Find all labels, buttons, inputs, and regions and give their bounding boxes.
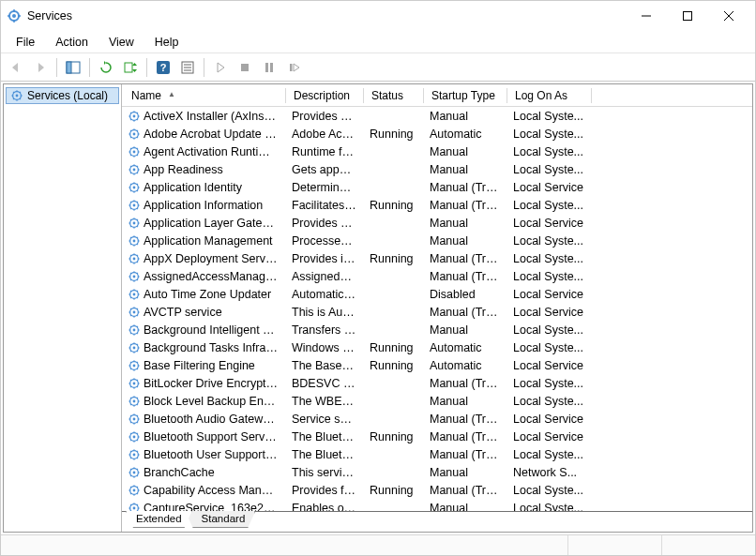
back-button[interactable] [5, 56, 27, 79]
svg-line-130 [137, 279, 138, 280]
properties-button[interactable] [176, 56, 199, 79]
service-row[interactable]: Base Filtering EngineThe Base Fil...Runn… [122, 356, 752, 374]
menu-file[interactable]: File [10, 34, 40, 51]
refresh-button[interactable] [95, 56, 117, 79]
services-grid: Name▲ Description Status Startup Type Lo… [122, 84, 752, 511]
help-button[interactable]: ? [152, 56, 174, 79]
service-description: This is Audi... [286, 306, 364, 319]
view-tabs: Extended Standard [122, 511, 752, 532]
service-startup-type: Manual (Trig... [424, 199, 507, 212]
service-row[interactable]: AVCTP serviceThis is Audi...Manual (Trig… [122, 303, 752, 321]
svg-point-174 [133, 364, 136, 367]
service-row[interactable]: Agent Activation Runtime_...Runtime for.… [122, 143, 752, 160]
service-row[interactable]: Adobe Acrobat Update Serv...Adobe Acro..… [122, 125, 752, 143]
gear-icon [128, 395, 141, 408]
column-logon-as[interactable]: Log On As [507, 85, 592, 106]
svg-line-80 [137, 190, 138, 191]
menu-view[interactable]: View [103, 34, 140, 51]
tree-node-services-local[interactable]: Services (Local) [6, 87, 119, 104]
svg-line-61 [137, 147, 138, 148]
service-startup-type: Automatic [424, 341, 507, 354]
menu-help[interactable]: Help [149, 34, 185, 51]
service-name: Background Tasks Infrastru... [144, 341, 279, 354]
service-row[interactable]: Background Tasks Infrastru...Windows in.… [122, 338, 752, 356]
service-row[interactable]: App ReadinessGets apps re...ManualLocal … [122, 160, 752, 178]
svg-line-141 [137, 290, 138, 291]
forward-button[interactable] [29, 56, 52, 79]
service-logon-as: Local Syste... [507, 395, 592, 408]
svg-line-209 [130, 414, 131, 415]
service-description: Runtime for... [286, 145, 364, 158]
svg-line-251 [137, 486, 138, 487]
tab-extended[interactable]: Extended [126, 511, 192, 528]
svg-point-114 [133, 257, 136, 260]
export-list-button[interactable] [119, 56, 142, 79]
service-startup-type: Manual [424, 466, 507, 479]
service-description: Windows in... [286, 341, 364, 354]
service-row[interactable]: Capability Access Manager ...Provides fa… [122, 481, 752, 499]
service-row[interactable]: Background Intelligent Tran...Transfers … [122, 321, 752, 338]
svg-rect-22 [290, 64, 293, 71]
close-button[interactable] [708, 2, 749, 30]
svg-line-240 [137, 475, 138, 476]
stop-service-button[interactable] [234, 56, 256, 79]
service-name: AssignedAccessManager Se... [144, 270, 279, 283]
service-row[interactable]: ActiveX Installer (AxInstSV)Provides Us.… [122, 107, 752, 125]
service-row[interactable]: BranchCacheThis service ...ManualNetwork… [122, 463, 752, 481]
service-row[interactable]: Application Layer Gateway ...Provides su… [122, 214, 752, 232]
tree-pane[interactable]: Services (Local) [4, 84, 122, 532]
svg-line-220 [137, 440, 138, 441]
minimize-button[interactable] [626, 2, 667, 30]
service-name: Application Management [144, 234, 273, 248]
svg-line-110 [137, 244, 138, 245]
pause-service-button[interactable] [258, 56, 280, 79]
service-logon-as: Local Syste... [507, 270, 592, 283]
gear-icon [128, 163, 141, 176]
svg-line-192 [130, 386, 131, 387]
start-service-button[interactable] [209, 56, 232, 79]
gear-icon [128, 413, 141, 426]
service-row[interactable]: Bluetooth Support ServiceThe Bluetoo...R… [122, 428, 752, 445]
service-description: Provides fac... [286, 484, 364, 497]
service-row[interactable]: AssignedAccessManager Se...AssignedAc...… [122, 267, 752, 285]
svg-line-189 [130, 379, 131, 380]
service-status: Running [364, 128, 424, 141]
svg-point-1 [12, 14, 16, 18]
service-logon-as: Local Syste... [507, 323, 592, 337]
service-row[interactable]: Block Level Backup Engine ...The WBENG..… [122, 392, 752, 410]
column-startup-type[interactable]: Startup Type [424, 85, 507, 106]
column-status[interactable]: Status [364, 85, 424, 106]
service-row[interactable]: Bluetooth User Support Ser...The Bluetoo… [122, 445, 752, 463]
service-startup-type: Automatic [424, 359, 507, 372]
service-startup-type: Manual (Trig... [424, 484, 507, 497]
show-hide-tree-button[interactable] [62, 56, 84, 79]
menu-action[interactable]: Action [50, 34, 94, 51]
column-description[interactable]: Description [286, 85, 364, 106]
maximize-button[interactable] [667, 2, 708, 30]
grid-rows[interactable]: ActiveX Installer (AxInstSV)Provides Us.… [122, 107, 752, 511]
service-row[interactable]: Application ManagementProcesses in...Man… [122, 232, 752, 249]
svg-line-132 [130, 279, 131, 280]
svg-line-120 [137, 262, 138, 263]
svg-line-81 [137, 183, 138, 184]
svg-line-70 [137, 173, 138, 173]
service-row[interactable]: Bluetooth Audio Gateway S...Service sup.… [122, 410, 752, 428]
service-row[interactable]: Auto Time Zone UpdaterAutomatica...Disab… [122, 285, 752, 303]
service-row[interactable]: Application IdentityDetermines ...Manual… [122, 178, 752, 196]
svg-line-180 [137, 368, 138, 369]
service-row[interactable]: AppX Deployment Service (...Provides inf… [122, 249, 752, 267]
service-row[interactable]: CaptureService_163e2bf2Enables opti...Ma… [122, 499, 752, 511]
column-name[interactable]: Name▲ [122, 85, 286, 106]
menubar: File Action View Help [1, 31, 755, 53]
svg-line-52 [130, 137, 131, 138]
tab-standard[interactable]: Standard [186, 511, 256, 528]
svg-line-121 [137, 254, 138, 255]
service-row[interactable]: Application InformationFacilitates t...R… [122, 196, 752, 214]
service-row[interactable]: BitLocker Drive Encryption ...BDESVC hos… [122, 374, 752, 392]
service-description: Enables opti... [286, 502, 364, 512]
svg-line-131 [137, 272, 138, 273]
service-name: Background Intelligent Tran... [144, 323, 279, 337]
restart-service-button[interactable] [282, 56, 305, 79]
service-name: Application Identity [144, 181, 242, 194]
svg-line-241 [137, 468, 138, 469]
